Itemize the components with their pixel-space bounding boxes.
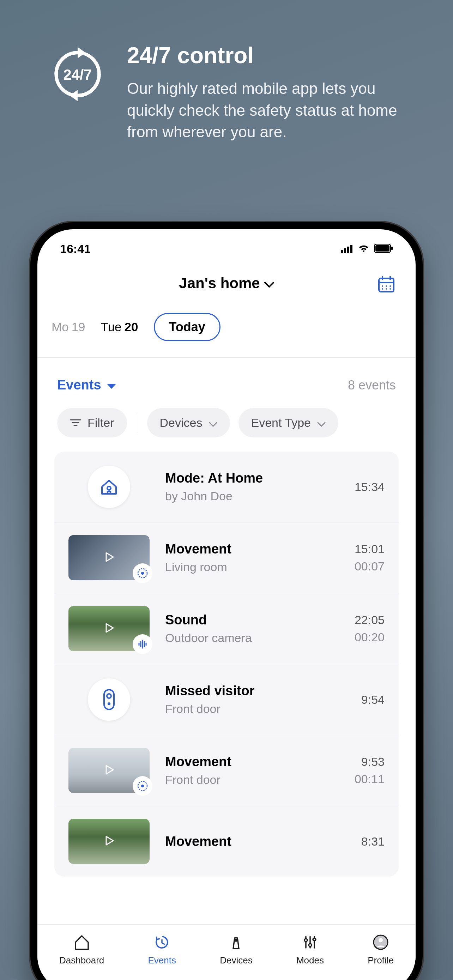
svg-rect-9: [391, 247, 393, 250]
event-row[interactable]: Movement 8:31: [54, 806, 399, 877]
date-num: 20: [124, 320, 138, 334]
tab-modes[interactable]: Modes: [296, 933, 324, 966]
date-num: 19: [72, 320, 85, 334]
tab-profile[interactable]: Profile: [368, 933, 394, 966]
promo-body: Our highly rated mobile app lets you qui…: [127, 78, 425, 143]
event-time: 15:34: [354, 480, 385, 494]
date-tab-0[interactable]: Mo19: [51, 320, 85, 334]
event-row[interactable]: Sound Outdoor camera 22:05 00:20: [54, 593, 399, 664]
svg-rect-5: [347, 247, 349, 253]
chip-label: Event Type: [251, 416, 311, 430]
svg-point-15: [386, 285, 387, 287]
svg-line-42: [162, 943, 165, 944]
svg-rect-6: [350, 245, 353, 253]
svg-point-24: [107, 487, 111, 490]
svg-point-43: [235, 939, 237, 941]
tab-dashboard[interactable]: Dashboard: [59, 933, 104, 966]
svg-point-35: [107, 694, 111, 698]
play-icon: [103, 622, 115, 636]
svg-rect-34: [104, 690, 114, 710]
event-time: 15:01: [354, 542, 385, 556]
svg-rect-4: [344, 248, 346, 253]
event-sub: Outdoor camera: [165, 631, 339, 645]
event-time: 9:54: [361, 693, 385, 706]
event-title: Mode: At Home: [165, 471, 339, 486]
svg-point-49: [313, 938, 316, 941]
profile-icon: [372, 933, 390, 951]
date-tab-1[interactable]: Tue20: [101, 320, 138, 334]
event-time: 8:31: [361, 835, 385, 848]
svg-point-18: [386, 288, 387, 290]
event-type-chip[interactable]: Event Type: [238, 408, 339, 438]
event-row[interactable]: Movement Front door 9:53 00:11: [54, 735, 399, 806]
event-duration: 00:11: [354, 772, 385, 786]
home-icon: [73, 933, 91, 951]
svg-marker-37: [106, 765, 113, 774]
event-thumb: [68, 464, 149, 509]
svg-point-51: [378, 938, 383, 942]
event-title: Sound: [165, 612, 339, 628]
play-icon: [103, 764, 115, 778]
wifi-icon: [358, 242, 370, 256]
tab-label: Dashboard: [59, 955, 104, 966]
phone-frame: 16:41 Jan's home: [30, 222, 423, 980]
svg-rect-10: [379, 278, 394, 292]
play-icon: [103, 834, 115, 848]
event-row[interactable]: Missed visitor Front door 9:54: [54, 664, 399, 735]
event-thumb: [68, 606, 149, 651]
tab-label: Events: [148, 955, 176, 966]
event-sub: Living room: [165, 560, 339, 574]
event-row[interactable]: Mode: At Home by John Doe 15:34: [54, 452, 399, 522]
home-selector[interactable]: Jan's home: [179, 275, 274, 292]
date-dow: Tue: [101, 320, 122, 334]
events-count: 8 events: [348, 378, 396, 393]
calendar-button[interactable]: [377, 275, 396, 295]
battery-icon: [374, 242, 393, 256]
tab-devices[interactable]: Devices: [220, 933, 252, 966]
event-thumb: [68, 535, 149, 580]
sound-badge-icon: [133, 634, 153, 654]
devices-chip[interactable]: Devices: [147, 408, 230, 438]
event-duration: 00:07: [354, 560, 385, 573]
event-thumb: [68, 748, 149, 793]
svg-point-27: [141, 572, 144, 575]
chevron-down-icon: [317, 416, 326, 430]
chevron-down-icon: [209, 416, 217, 430]
event-title: Movement: [165, 834, 346, 849]
date-tab-today[interactable]: Today: [154, 313, 221, 341]
caret-down-icon: [107, 377, 116, 393]
events-dropdown[interactable]: Events: [57, 377, 116, 393]
svg-point-47: [304, 939, 307, 942]
chevron-down-icon: [264, 275, 274, 292]
motion-badge-icon: [133, 776, 153, 796]
device-icon: [227, 933, 245, 951]
svg-text:24/7: 24/7: [64, 66, 92, 83]
tab-label: Profile: [368, 955, 394, 966]
chip-label: Devices: [160, 416, 202, 430]
event-title: Movement: [165, 541, 339, 557]
home-mode-icon: [88, 466, 130, 508]
svg-marker-1: [70, 90, 78, 101]
play-icon: [103, 550, 115, 565]
status-time: 16:41: [60, 242, 91, 256]
event-title: Missed visitor: [165, 683, 346, 698]
event-sub: by John Doe: [165, 489, 339, 503]
event-row[interactable]: Movement Living room 15:01 00:07: [54, 522, 399, 593]
svg-point-19: [389, 288, 391, 290]
svg-point-14: [382, 285, 383, 287]
chip-label: Filter: [87, 416, 114, 430]
tab-events[interactable]: Events: [148, 933, 176, 966]
sliders-icon: [301, 933, 319, 951]
event-thumb: [68, 677, 149, 722]
status-bar: 16:41: [37, 229, 416, 259]
filter-chip[interactable]: Filter: [57, 408, 127, 438]
promo-title: 24/7 control: [127, 42, 425, 68]
tab-label: Modes: [296, 955, 324, 966]
event-time: 9:53: [354, 755, 385, 769]
signal-icon: [341, 242, 353, 256]
date-dow: Mo: [51, 320, 69, 334]
phone-screen: 16:41 Jan's home: [37, 229, 416, 980]
chip-divider: [137, 413, 137, 433]
svg-rect-8: [375, 245, 389, 251]
tab-label: Devices: [220, 955, 252, 966]
